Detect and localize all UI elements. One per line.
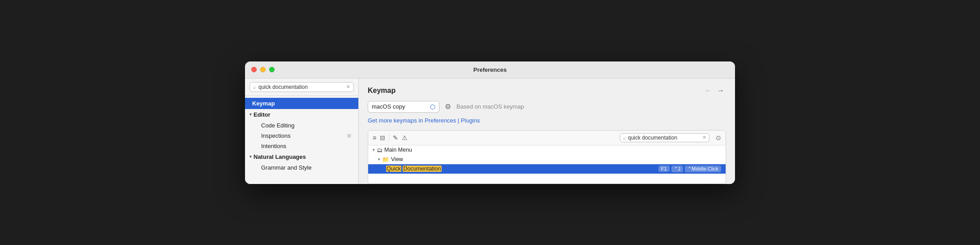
keymap-search-wrapper[interactable]: ⌕ ✕ xyxy=(620,133,709,142)
keymap-controls: macOS copy ⬡ ⚙ Based on macOS keymap xyxy=(368,101,726,113)
keymap-gear-icon[interactable]: ⚙ xyxy=(445,102,451,111)
shortcut-f1: F1 xyxy=(658,166,670,172)
filter-modified-icon[interactable]: ⊟ xyxy=(380,134,385,141)
highlight-documentation: Documentation xyxy=(403,166,441,172)
maximize-button[interactable] xyxy=(269,67,275,72)
sidebar-search-icon: ⌕ xyxy=(253,84,256,90)
toolbar-separator xyxy=(389,134,389,141)
tree-area: ▾ 🗂 Main Menu ▾ 📁 View Quick Documentati… xyxy=(368,145,726,184)
minimize-button[interactable] xyxy=(260,67,266,72)
sidebar-items: Keymap ▾ Editor Code Editing Inspections… xyxy=(245,96,358,175)
keymap-search-clear-icon[interactable]: ✕ xyxy=(702,135,706,140)
sidebar-section-editor[interactable]: ▾ Editor xyxy=(245,109,358,120)
sidebar-search-wrapper[interactable]: ⌕ ✕ xyxy=(249,82,354,92)
tree-label-main-menu: Main Menu xyxy=(384,147,721,153)
sidebar: ⌕ ✕ Keymap ▾ Editor Code Editing xyxy=(245,79,359,184)
chevron-down-icon-2: ▾ xyxy=(249,154,252,159)
panel-header: Keymap ← → xyxy=(368,87,726,95)
keymap-name-label: macOS copy xyxy=(372,103,427,110)
chevron-down-icon: ▾ xyxy=(249,112,252,117)
window-controls xyxy=(251,67,275,72)
sidebar-item-keymap[interactable]: Keymap xyxy=(245,98,358,109)
warning-icon[interactable]: ⚠ xyxy=(402,134,408,141)
keymap-search-icon: ⌕ xyxy=(623,135,626,140)
person-icon[interactable]: ⊙ xyxy=(716,134,721,141)
content-area: ⌕ ✕ Keymap ▾ Editor Code Editing xyxy=(245,79,735,184)
main-panel: Keymap ← → macOS copy ⬡ ⚙ Based on macOS… xyxy=(359,79,735,184)
filter-all-icon[interactable]: ≡ xyxy=(373,134,376,141)
tree-label-quick-documentation: Quick Documentation xyxy=(386,166,657,172)
shortcut-badges: F1 ⌃J ⌃Middle-Click xyxy=(658,166,721,172)
keymap-based-on-label: Based on macOS keymap xyxy=(456,103,524,110)
main-menu-icon: 🗂 xyxy=(377,147,383,153)
sidebar-item-intentions[interactable]: Intentions xyxy=(245,141,358,151)
view-folder-icon: 📁 xyxy=(382,156,389,163)
inspections-icon: ⊞ xyxy=(347,133,351,139)
window-title: Preferences xyxy=(473,66,507,73)
panel-title: Keymap xyxy=(368,87,395,95)
keymap-toolbar: ≡ ⊟ ✎ ⚠ ⌕ ✕ ⊙ xyxy=(368,131,726,145)
keymap-search-input[interactable] xyxy=(628,135,701,141)
back-arrow-button[interactable]: ← xyxy=(703,87,714,95)
tree-row-quick-documentation[interactable]: Quick Documentation F1 ⌃J ⌃Middle-Click xyxy=(368,164,726,174)
tree-row-view[interactable]: ▾ 📁 View xyxy=(368,155,726,164)
shortcut-ctrl-j: ⌃J xyxy=(671,166,683,172)
keymap-table-area: ≡ ⊟ ✎ ⚠ ⌕ ✕ ⊙ ▾ xyxy=(368,130,726,184)
keymap-dropdown-icon: ⬡ xyxy=(430,103,435,110)
tree-label-view: View xyxy=(391,156,721,162)
forward-arrow-button[interactable]: → xyxy=(715,87,726,95)
close-button[interactable] xyxy=(251,67,257,72)
edit-icon[interactable]: ✎ xyxy=(393,134,398,141)
preferences-window: Preferences ⌕ ✕ Keymap ▾ Editor xyxy=(245,61,735,184)
sidebar-item-grammar-style[interactable]: Grammar and Style xyxy=(245,162,358,173)
get-more-keymaps-link[interactable]: Get more keymaps in Preferences | Plugin… xyxy=(368,117,726,124)
sidebar-search-clear-icon[interactable]: ✕ xyxy=(346,84,350,90)
highlight-quick: Quick xyxy=(386,166,401,172)
nav-arrows: ← → xyxy=(703,87,726,95)
chevron-view-icon: ▾ xyxy=(378,157,380,162)
sidebar-search-bar: ⌕ ✕ xyxy=(245,79,358,96)
shortcut-ctrl-middleclick: ⌃Middle-Click xyxy=(685,166,721,172)
title-bar: Preferences xyxy=(245,61,735,79)
sidebar-item-inspections[interactable]: Inspections ⊞ xyxy=(245,131,358,141)
sidebar-item-code-editing[interactable]: Code Editing xyxy=(245,120,358,131)
sidebar-section-natural-languages[interactable]: ▾ Natural Languages xyxy=(245,151,358,162)
chevron-main-menu-icon: ▾ xyxy=(373,148,375,152)
tree-row-main-menu[interactable]: ▾ 🗂 Main Menu xyxy=(368,145,726,155)
keymap-select[interactable]: macOS copy ⬡ xyxy=(368,101,439,113)
sidebar-search-input[interactable] xyxy=(258,84,344,90)
